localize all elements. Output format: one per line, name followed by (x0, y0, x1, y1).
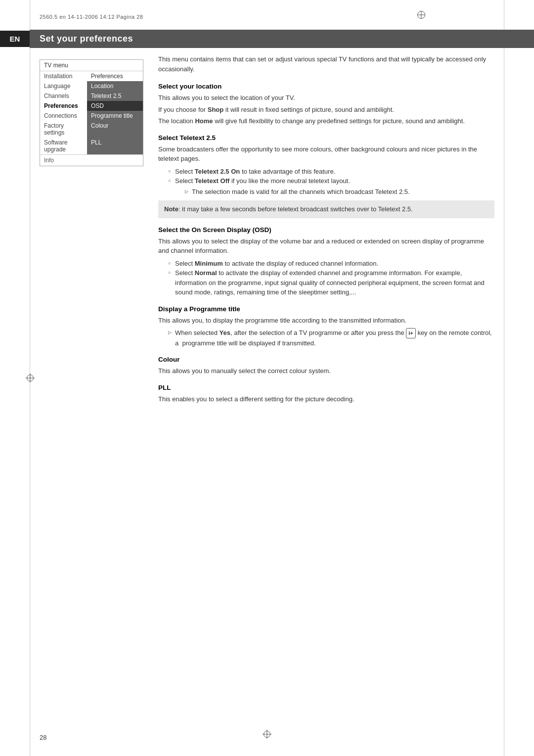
teletext-note: Note: it may take a few seconds before t… (158, 200, 494, 218)
menu-right-osd: OSD (87, 101, 143, 111)
title-bar: EN Set your preferences (0, 30, 534, 48)
menu-right-preferences: Preferences (87, 71, 143, 81)
section-body-teletext-intro: Some broadcasters offer the opportunity … (158, 144, 494, 164)
section-body-colour: This allows you to manually select the c… (158, 366, 494, 376)
page-border-right (504, 0, 504, 756)
tv-menu-box: TV menu Installation Preferences Languag… (40, 59, 143, 166)
menu-right-teletext: Teletext 2.5 (87, 91, 143, 101)
menu-left-channels: Channels (40, 91, 87, 101)
page-title: Set your preferences (30, 30, 534, 48)
right-content-col: This menu contains items that can set or… (158, 54, 494, 726)
section-heading-location: Select your location (158, 83, 494, 90)
meta-line: 2560.5 en 14-11-2006 14:12 Pagina 28 (40, 14, 143, 20)
menu-right-pll: PLL (87, 138, 143, 154)
menu-row-channels: Channels Teletext 2.5 (40, 91, 143, 101)
i-plus-icon: i+ (406, 328, 415, 338)
menu-left-preferences: Preferences (40, 101, 87, 111)
menu-right-programme-title: Programme title (87, 111, 143, 121)
teletext-bullet-1: Select Teletext 2.5 On to take advantage… (168, 167, 494, 177)
menu-left-factory: Factory settings (40, 121, 87, 138)
teletext-bullet-2: Select Teletext Off if you like the more… (168, 176, 494, 196)
section-heading-osd: Select the On Screen Display (OSD) (158, 226, 494, 234)
crosshair-left (26, 374, 35, 382)
intro-text: This menu contains items that can set or… (158, 54, 494, 74)
teletext-sub-list: The selection made is valid for all the … (175, 187, 494, 197)
osd-bullet-2: Select Normal to activate the display of… (168, 268, 494, 297)
menu-left-language: Language (40, 81, 87, 91)
programme-title-sub-1: When selected Yes, after the selection o… (168, 328, 494, 348)
menu-right-colour: Colour (87, 121, 143, 138)
menu-left-software: Software upgrade (40, 138, 87, 154)
menu-right-location: Location (87, 81, 143, 91)
crosshair-bottom (263, 730, 271, 739)
section-body-programme-title-intro: This allows you, to display the programm… (158, 316, 494, 326)
menu-info: Info (40, 155, 143, 166)
osd-bullet-1: Select Minimum to activate the display o… (168, 259, 494, 269)
programme-title-sub-list: When selected Yes, after the selection o… (158, 328, 494, 348)
main-content: TV menu Installation Preferences Languag… (40, 54, 494, 726)
section-heading-colour: Colour (158, 356, 494, 363)
menu-left-connections: Connections (40, 111, 87, 121)
teletext-bullet-list: Select Teletext 2.5 On to take advantage… (158, 167, 494, 197)
menu-title: TV menu (40, 60, 143, 71)
menu-row-installation: Installation Preferences (40, 71, 143, 81)
menu-row-factory: Factory settings Colour (40, 121, 143, 138)
section-body-pll: This enables you to select a different s… (158, 394, 494, 404)
menu-row-software: Software upgrade PLL (40, 138, 143, 154)
menu-row-language: Language Location (40, 81, 143, 91)
section-body-osd-intro: This allows you to select the display of… (158, 236, 494, 256)
menu-row-connections: Connections Programme title (40, 111, 143, 121)
crosshair-top (417, 11, 425, 19)
teletext-sub-1: The selection made is valid for all the … (185, 187, 494, 197)
page-number: 28 (40, 734, 46, 741)
section-heading-teletext: Select Teletext 2.5 (158, 134, 494, 142)
left-menu-col: TV menu Installation Preferences Languag… (40, 54, 143, 726)
section-heading-programme-title: Display a Programme title (158, 305, 494, 313)
section-body-location: This allows you to select the location o… (158, 93, 494, 126)
osd-bullet-list: Select Minimum to activate the display o… (158, 259, 494, 297)
section-heading-pll: PLL (158, 384, 494, 391)
menu-row-preferences: Preferences OSD (40, 101, 143, 111)
menu-left-installation: Installation (40, 71, 87, 81)
lang-label: EN (0, 31, 30, 47)
